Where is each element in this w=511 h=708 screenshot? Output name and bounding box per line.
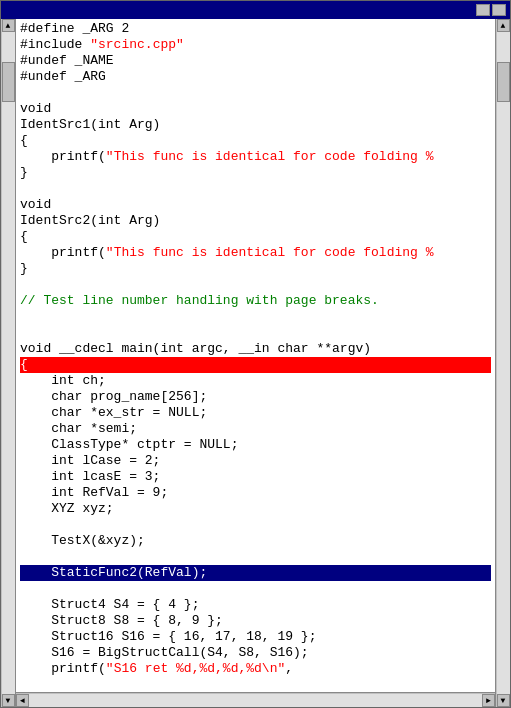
code-line: void xyxy=(20,197,491,213)
code-line: IdentSrc2(int Arg) xyxy=(20,213,491,229)
scroll-thumb-right[interactable] xyxy=(497,62,510,102)
code-line: #undef _ARG xyxy=(20,69,491,85)
code-line: Struct16 S16 = { 16, 17, 18, 19 }; xyxy=(20,629,491,645)
scroll-track[interactable] xyxy=(2,32,15,694)
code-line: { xyxy=(20,357,491,373)
code-line xyxy=(20,581,491,597)
scroll-down-button[interactable]: ▼ xyxy=(2,694,15,707)
code-line xyxy=(20,517,491,533)
code-line: int ch; xyxy=(20,373,491,389)
code-line: TestX(&xyz); xyxy=(20,533,491,549)
code-line xyxy=(20,85,491,101)
code-line xyxy=(20,325,491,341)
code-line xyxy=(20,549,491,565)
code-line: printf("S16 ret %d,%d,%d,%d\n", xyxy=(20,661,491,677)
code-editor[interactable]: #define _ARG 2#include "srcinc.cpp"#unde… xyxy=(16,19,495,692)
code-line: printf("This func is identical for code … xyxy=(20,149,491,165)
code-line: S16 = BigStructCall(S4, S8, S16); xyxy=(20,645,491,661)
hscroll-track[interactable] xyxy=(29,694,482,707)
scroll-thumb[interactable] xyxy=(2,62,15,102)
code-line: char *semi; xyxy=(20,421,491,437)
code-line: } xyxy=(20,165,491,181)
title-bar xyxy=(1,1,510,19)
code-line: Struct8 S8 = { 8, 9 }; xyxy=(20,613,491,629)
code-line: char prog_name[256]; xyxy=(20,389,491,405)
horizontal-scrollbar[interactable]: ◄ ► xyxy=(16,692,495,707)
code-line: printf("This func is identical for code … xyxy=(20,245,491,261)
code-line: #include "srcinc.cpp" xyxy=(20,37,491,53)
code-line: IdentSrc1(int Arg) xyxy=(20,117,491,133)
code-line: StaticFunc2(RefVal); xyxy=(20,565,491,581)
code-line: void __cdecl main(int argc, __in char **… xyxy=(20,341,491,357)
scroll-up-right[interactable]: ▲ xyxy=(497,19,510,32)
code-line: int RefVal = 9; xyxy=(20,485,491,501)
vertical-scrollbar-right[interactable]: ▲ ▼ xyxy=(495,19,510,707)
code-line xyxy=(20,181,491,197)
code-line xyxy=(20,309,491,325)
code-line: } xyxy=(20,261,491,277)
minimize-button[interactable] xyxy=(476,4,490,16)
close-button[interactable] xyxy=(492,4,506,16)
code-line xyxy=(20,277,491,293)
editor-area: ▲ ▼ #define _ARG 2#include "srcinc.cpp"#… xyxy=(1,19,510,707)
code-line: #undef _NAME xyxy=(20,53,491,69)
scroll-up-button[interactable]: ▲ xyxy=(2,19,15,32)
code-line: int lCase = 2; xyxy=(20,453,491,469)
main-window: ▲ ▼ #define _ARG 2#include "srcinc.cpp"#… xyxy=(0,0,511,708)
scroll-right-button[interactable]: ► xyxy=(482,694,495,707)
code-line: void xyxy=(20,101,491,117)
scroll-down-right[interactable]: ▼ xyxy=(497,694,510,707)
scroll-track-right[interactable] xyxy=(497,32,510,694)
title-bar-buttons xyxy=(476,4,506,16)
code-line: ClassType* ctptr = NULL; xyxy=(20,437,491,453)
code-line: { xyxy=(20,229,491,245)
code-line: // Test line number handling with page b… xyxy=(20,293,491,309)
code-line: Struct4 S4 = { 4 }; xyxy=(20,597,491,613)
code-line: #define _ARG 2 xyxy=(20,21,491,37)
code-line: char *ex_str = NULL; xyxy=(20,405,491,421)
code-line: { xyxy=(20,133,491,149)
scroll-left-button[interactable]: ◄ xyxy=(16,694,29,707)
vertical-scrollbar[interactable]: ▲ ▼ xyxy=(1,19,16,707)
code-line: XYZ xyz; xyxy=(20,501,491,517)
code-line: int lcasE = 3; xyxy=(20,469,491,485)
